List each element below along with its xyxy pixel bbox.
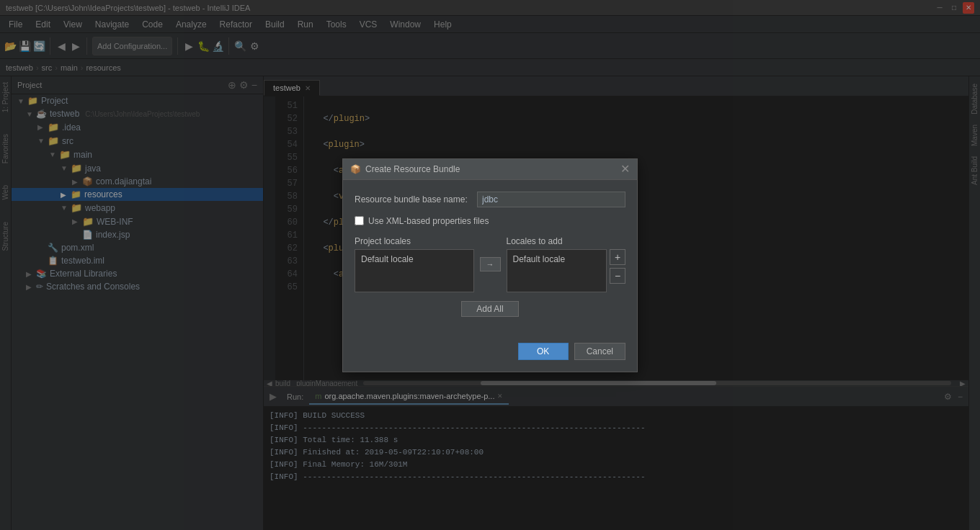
bundle-name-row: Resource bundle base name:: [355, 192, 625, 207]
project-locales-header: Project locales: [355, 236, 474, 246]
modal-overlay: 📦 Create Resource Bundle ✕ Resource bund…: [0, 0, 980, 530]
modal-close-button[interactable]: ✕: [620, 163, 630, 175]
project-locales-panel: Project locales Default locale: [355, 236, 474, 292]
create-resource-bundle-dialog: 📦 Create Resource Bundle ✕ Resource bund…: [342, 158, 638, 372]
transfer-button[interactable]: →: [480, 257, 501, 271]
add-all-button[interactable]: Add All: [461, 301, 518, 317]
modal-title: 📦 Create Resource Bundle: [350, 164, 460, 174]
ok-button[interactable]: OK: [518, 343, 569, 360]
add-locale-button[interactable]: +: [610, 249, 625, 265]
project-locales-list: Default locale: [355, 249, 474, 292]
modal-header: 📦 Create Resource Bundle ✕: [343, 159, 637, 180]
cancel-button[interactable]: Cancel: [574, 343, 625, 360]
locale-transfer-area: →: [480, 236, 501, 292]
remove-locale-button[interactable]: −: [610, 268, 625, 284]
locales-to-add-list: Default locale: [507, 249, 607, 292]
default-locale-right: Default locale: [510, 253, 604, 266]
locales-to-add-header: Locales to add: [507, 236, 626, 246]
modal-title-icon: 📦: [350, 164, 361, 174]
bundle-name-label: Resource bundle base name:: [355, 194, 477, 205]
locales-section: Project locales Default locale → Locales…: [355, 236, 625, 292]
modal-body: Resource bundle base name: Use XML-based…: [343, 180, 637, 337]
locales-to-add-panel: Locales to add Default locale + −: [507, 236, 626, 292]
modal-title-text: Create Resource Bundle: [365, 164, 460, 174]
default-locale-left: Default locale: [358, 253, 471, 266]
xml-checkbox-label: Use XML-based properties files: [368, 216, 489, 226]
xml-checkbox[interactable]: [355, 216, 364, 225]
add-remove-buttons: + −: [610, 249, 625, 292]
xml-checkbox-row: Use XML-based properties files: [355, 216, 625, 226]
bundle-name-input[interactable]: [477, 192, 625, 207]
modal-footer: OK Cancel: [343, 337, 637, 372]
